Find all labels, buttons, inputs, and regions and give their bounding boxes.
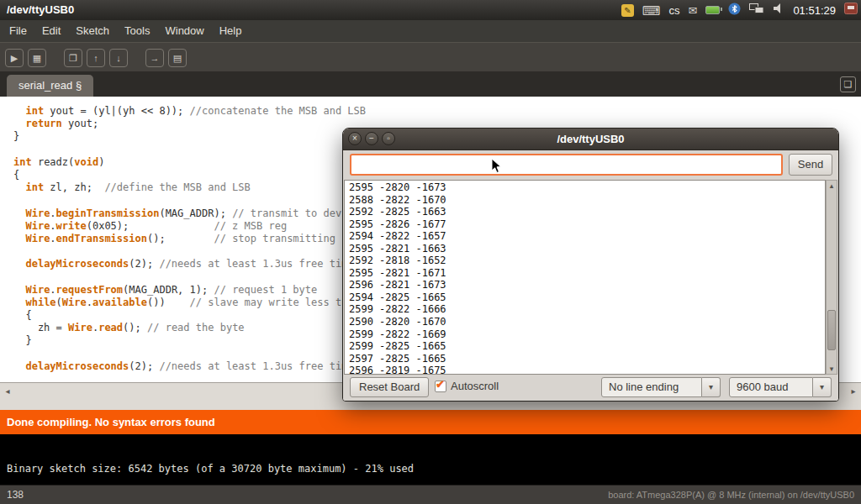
console-output: Binary sketch size: 6542 bytes (of a 307… [0,434,861,475]
serial-send-input[interactable] [350,154,783,176]
serial-output-line: 2599 -2822 -1669 [349,328,825,341]
window-title: /dev/ttyUSB0 [343,129,838,150]
scroll-up-arrow[interactable]: ▴ [827,181,837,191]
volume-icon[interactable] [773,3,784,18]
menu-bar: FileEditSketchToolsWindowHelp [0,20,861,42]
line-ending-select[interactable]: No line ending ▾ [601,377,721,397]
mouse-cursor [491,158,503,178]
send-button[interactable]: Send [789,154,832,176]
upload-button[interactable]: → [145,49,164,67]
new-sketch-button[interactable]: ❐ [64,49,82,67]
autoscroll-control[interactable]: ✔ Autoscroll [435,380,499,392]
footer-bar: 138 board: ATmega328P(A) @ 8 MHz (intern… [0,485,861,504]
serial-output-scrollbar[interactable]: ▴ ▾ [826,180,837,375]
baud-rate-select[interactable]: 9600 baud ▾ [729,377,832,397]
line-ending-value: No line ending [601,377,702,397]
scroll-down-arrow[interactable]: ▾ [827,364,837,374]
open-sketch-button[interactable]: ↑ [87,49,105,67]
serial-output-line: 2597 -2825 -1665 [349,353,825,365]
close-button[interactable]: × [348,132,362,145]
serial-output-line: 2599 -2822 -1666 [349,303,825,316]
check-icon: ✔ [436,378,445,391]
toolbar-buttons: ▶▦❐↑↓→▤ [0,43,861,72]
serial-output-line: 2595 -2821 -1671 [349,267,825,280]
keyboard-icon[interactable]: ⌨ [642,4,661,17]
serial-monitor-controls: Reset Board ✔ Autoscroll No line ending … [343,375,838,401]
serial-output-line: 2592 -2818 -1652 [349,255,825,267]
serial-output-line: 2594 -2822 -1657 [349,230,825,243]
scrollbar-thumb[interactable] [827,310,836,350]
maximize-button[interactable]: ▫ [382,132,395,145]
menu-item-help[interactable]: Help [212,20,250,42]
menu-item-sketch[interactable]: Sketch [68,20,117,42]
toolbar: ▶▦❐↑↓→▤ [0,42,861,71]
tab-bar: serial_read § ❏ [0,71,861,97]
keyboard-layout-indicator[interactable]: cs [668,4,679,17]
autoscroll-checkbox[interactable]: ✔ [435,381,446,392]
menu-items: FileEditSketchToolsWindowHelp [0,20,861,42]
serial-output-line: 2588 -2822 -1670 [349,194,825,207]
serial-output-line: 2596 -2821 -1673 [349,279,825,291]
console: Binary sketch size: 6542 bytes (of a 307… [0,434,861,485]
hscroll-right-arrow[interactable]: ▸ [848,386,859,397]
code-line: int yout = (yl|(yh << 8)); //concatenate… [13,105,861,118]
serial-output-line: 2590 -2820 -1670 [349,316,825,328]
autoscroll-label: Autoscroll [451,380,499,392]
serial-monitor-button[interactable]: ▤ [168,49,187,67]
serial-output-line: 2594 -2825 -1665 [349,291,825,304]
window-titlebar[interactable]: × − ▫ /dev/ttyUSB0 [343,129,838,150]
mail-icon[interactable]: ✉ [688,5,697,16]
active-window-title: /dev/ttyUSB0 [7,0,74,20]
serial-output-line: 2595 -2820 -1673 [349,181,825,194]
serial-output-line: 2599 -2825 -1665 [349,340,825,353]
top-panel: /dev/ttyUSB0 ✎ ⌨ cs ✉ 01:51:29 [0,0,861,20]
reset-board-button[interactable]: Reset Board [350,377,429,397]
serial-output-area[interactable]: 2595 -2820 -16732588 -2822 -16702592 -28… [344,180,826,375]
status-bar: Done compiling. No syntax errors found [0,410,861,434]
serial-output-line: 2592 -2825 -1663 [349,206,825,218]
hscroll-left-arrow[interactable]: ◂ [2,386,13,397]
chevron-down-icon[interactable]: ▾ [813,377,832,397]
tab-menu-button[interactable]: ❏ [840,76,856,92]
chevron-down-icon[interactable]: ▾ [702,377,721,397]
system-tray: ✎ ⌨ cs ✉ 01:51:29 [621,0,858,20]
menu-item-file[interactable]: File [2,20,34,42]
stop-button[interactable]: ▦ [28,49,46,67]
tab-serial-read[interactable]: serial_read § [7,75,93,97]
line-number-indicator: 138 [7,486,24,504]
serial-monitor-window: × − ▫ /dev/ttyUSB0 Send 2595 -2820 -1673… [342,128,839,402]
bluetooth-icon[interactable] [728,3,741,18]
serial-output-lines: 2595 -2820 -16732588 -2822 -16702592 -28… [345,181,825,375]
save-sketch-button[interactable]: ↓ [109,49,128,67]
serial-output-line: 2596 -2819 -1675 [349,365,825,375]
minimize-button[interactable]: − [365,132,378,145]
battery-icon[interactable] [705,6,720,14]
menu-item-window[interactable]: Window [157,20,211,42]
network-icon[interactable] [749,3,764,18]
session-menu-icon[interactable] [844,3,858,18]
menu-item-tools[interactable]: Tools [117,20,157,42]
board-info: board: ATmega328P(A) @ 8 MHz (internal) … [608,486,854,504]
baud-rate-value: 9600 baud [729,377,813,397]
serial-output-line: 2595 -2821 -1663 [349,243,825,255]
verify-button[interactable]: ▶ [5,49,24,67]
serial-output-line: 2595 -2826 -1677 [349,218,825,231]
menu-item-edit[interactable]: Edit [34,20,68,42]
notes-icon[interactable]: ✎ [621,4,634,17]
clock[interactable]: 01:51:29 [793,4,836,17]
